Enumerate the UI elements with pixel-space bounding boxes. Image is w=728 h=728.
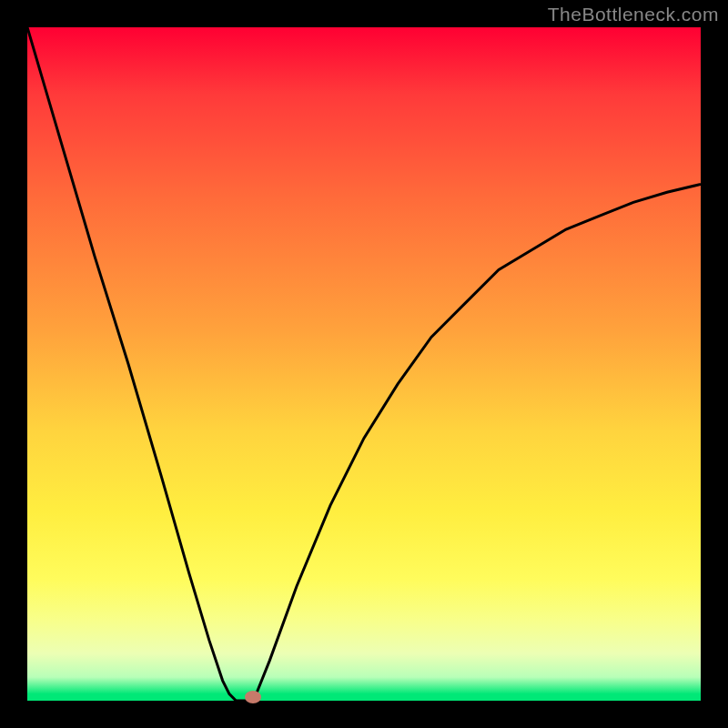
optimal-point-marker (245, 691, 261, 703)
attribution-text: TheBottleneck.com (548, 4, 719, 25)
bottleneck-curve-path (27, 27, 701, 701)
plot-area (27, 27, 701, 701)
chart-svg (27, 27, 701, 701)
